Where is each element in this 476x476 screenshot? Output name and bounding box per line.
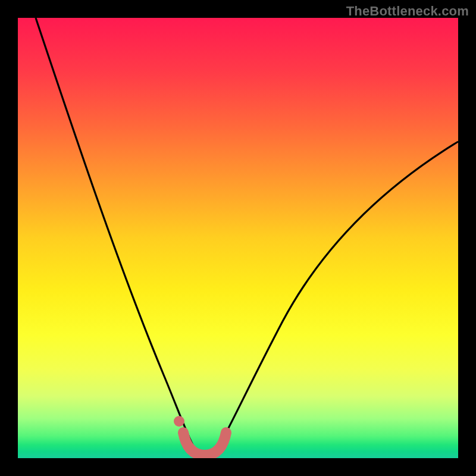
bottleneck-curve <box>18 18 458 458</box>
watermark-text: TheBottleneck.com <box>346 4 469 19</box>
plot-area <box>18 18 458 458</box>
trough-marker-dot <box>174 416 184 427</box>
curve-path <box>36 18 458 457</box>
trough-marker <box>183 433 226 455</box>
